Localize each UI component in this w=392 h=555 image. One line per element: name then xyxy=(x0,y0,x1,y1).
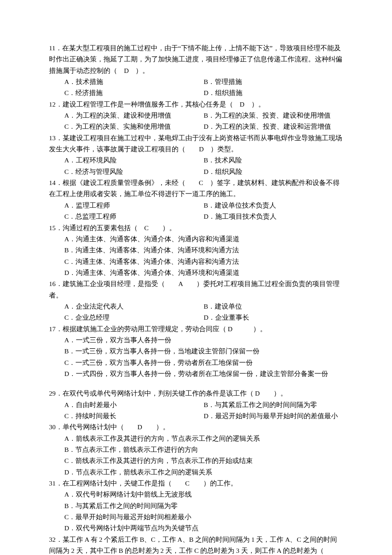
options: A．技术措施B．管理措施C．经济措施D．组织措施 xyxy=(49,76,343,99)
option-d: D．组织风险 xyxy=(204,166,343,177)
option-c: C．总监理工程师 xyxy=(64,211,204,222)
question-text: 17．根据建筑施工企业的劳动用工管理规定，劳动合同应（ D ）。 xyxy=(49,324,343,335)
option-c: C．企业总经理 xyxy=(64,312,204,323)
option-c: C．一式三份，双方当事人各持一份，劳动者所在工地保留一份 xyxy=(64,357,343,368)
option-a: A．监理工程师 xyxy=(64,200,204,211)
option-b: B．节点表示工作，箭线表示工作进行的方向 xyxy=(64,444,343,455)
option-c: C．持续时间最长 xyxy=(64,410,204,422)
option-a: A．为工程的决策、建设和使用增值 xyxy=(64,110,204,121)
option-b: B．一式三份，双方当事人各持一份，当地建设主管部门保留一份 xyxy=(64,346,343,357)
options: A．沟通主体、沟通客体、沟通介体、沟通内容和沟通渠道B．沟通主体、沟通客体、沟通… xyxy=(49,234,343,278)
options: A．为工程的决策、建设和使用增值B．为工程的决策、投资、建设和使用增值C．为工程… xyxy=(49,110,343,133)
question-text: 32．某工作 A 有 2 个紧后工作 B、C，工作 A、B 之间的时间间隔为 1… xyxy=(49,534,343,555)
options: A．箭线表示工作及其进行的方向，节点表示工作之间的逻辑关系B．节点表示工作，箭线… xyxy=(49,433,343,478)
question: 11．在某大型工程项目的施工过程中，由于“下情不能上传，上情不能下达”，导致项目… xyxy=(49,43,343,99)
question: 32．某工作 A 有 2 个紧后工作 B、C，工作 A、B 之间的时间间隔为 1… xyxy=(49,534,343,555)
option-d: D．最迟开始时间与最早开始时间的差值最小 xyxy=(204,410,343,422)
option-b: B．技术风险 xyxy=(204,155,343,166)
option-c: C．沟通主体、沟通客体、沟通介体、沟通内容和沟通方法 xyxy=(64,256,343,267)
question: 16．建筑施工企业项目经理，是指受（ A ）委托对工程项目施工过程全面负责的项目… xyxy=(49,278,343,323)
question: 31．在工程网络计划中，关键工作是指（ C ）的工作。A．双代号时标网络计划中箭… xyxy=(49,478,343,534)
option-d: D．施工项目技术负责人 xyxy=(204,211,343,222)
question-text: 16．建筑施工企业项目经理，是指受（ A ）委托对工程项目施工过程全面负责的项目… xyxy=(49,278,343,301)
option-d: D．企业董事长 xyxy=(204,312,343,323)
question-text: 11．在某大型工程项目的施工过程中，由于“下情不能上传，上情不能下达”，导致项目… xyxy=(49,43,343,76)
option-c: C．箭线表示工作及其进行的方向，节点表示工作的开始或结束 xyxy=(64,455,343,466)
option-d: D．一式四份，双方当事人各持一份，劳动者所在工地保留一份，建设主管部分备案一份 xyxy=(64,368,343,379)
option-a: A．自由时差最小 xyxy=(64,399,204,410)
options: A．企业法定代表人B．建设单位C．企业总经理D．企业董事长 xyxy=(49,301,343,324)
option-b: B．与其紧后工作之间的时间间隔为零 xyxy=(204,399,343,410)
option-d: D．节点表示工作，箭线表示工作之间的逻辑关系 xyxy=(64,467,343,478)
option-b: B．与其紧后工作之间的时间间隔为零 xyxy=(64,500,343,512)
option-b: B．建设单位技术负责人 xyxy=(204,200,343,211)
question: 14．根据《建设工程质量管理条例》，未经（ C ）签字，建筑材料、建筑构配件和设… xyxy=(49,177,343,222)
option-d: D．组织措施 xyxy=(204,87,343,98)
question-text: 14．根据《建设工程质量管理条例》，未经（ C ）签字，建筑材料、建筑构配件和设… xyxy=(49,177,343,200)
options: A．双代号时标网络计划中箭线上无波形线B．与其紧后工作之间的时间间隔为零C．最早… xyxy=(49,489,343,534)
question: 12．建设工程管理工作是一种增值服务工作，其核心任务是（ D ）。A．为工程的决… xyxy=(49,99,343,133)
option-c: C．为工程的决策、实施和使用增值 xyxy=(64,121,204,132)
option-a: A．沟通主体、沟通客体、沟通介体、沟通内容和沟通渠道 xyxy=(64,234,343,245)
option-c: C．最早开始时间与最迟开始时间相差最小 xyxy=(64,512,343,523)
options: A．工程环境风险B．技术风险C．经济与管理风险D．组织风险 xyxy=(49,155,343,177)
question-text: 13．某建设工程项目在施工过程中，某电焊工由于没有上岗资格证书而从事电焊作业导致… xyxy=(49,133,343,155)
question-text: 31．在工程网络计划中，关键工作是指（ C ）的工作。 xyxy=(49,478,343,489)
option-d: D．沟通主体、沟通客体、沟通介体、沟通环境和沟通渠道 xyxy=(64,267,343,278)
option-a: A．工程环境风险 xyxy=(64,155,204,166)
option-c: C．经济措施 xyxy=(64,87,204,98)
question-text: 30．单代号网络计划中（ D ）。 xyxy=(49,422,343,433)
option-a: A．一式三份，双方当事人各持一份 xyxy=(64,335,343,346)
option-a: A．双代号时标网络计划中箭线上无波形线 xyxy=(64,489,343,500)
question-text: 12．建设工程管理工作是一种增值服务工作，其核心任务是（ D ）。 xyxy=(49,99,343,110)
option-a: A．箭线表示工作及其进行的方向，节点表示工作之间的逻辑关系 xyxy=(64,433,343,444)
question: 29．在双代号或单代号网络计划中，判别关键工作的条件是该工作（ D ）。A．自由… xyxy=(49,388,343,422)
options: A．自由时差最小B．与其紧后工作之间的时间间隔为零C．持续时间最长D．最迟开始时… xyxy=(49,399,343,422)
question: 17．根据建筑施工企业的劳动用工管理规定，劳动合同应（ D ）。A．一式三份，双… xyxy=(49,324,343,388)
option-b: B．建设单位 xyxy=(204,301,343,312)
options: A．监理工程师B．建设单位技术负责人C．总监理工程师D．施工项目技术负责人 xyxy=(49,200,343,223)
option-d: D．双代号网络计划中两端节点均为关键节点 xyxy=(64,523,343,534)
option-a: A．企业法定代表人 xyxy=(64,301,204,312)
option-c: C．经济与管理风险 xyxy=(64,166,204,177)
question: 30．单代号网络计划中（ D ）。A．箭线表示工作及其进行的方向，节点表示工作之… xyxy=(49,422,343,478)
option-b: B．沟通主体、沟通客体、沟通介体、沟通环境和沟通方法 xyxy=(64,245,343,256)
question: 15．沟通过程的五要素包括（ C ）。A．沟通主体、沟通客体、沟通介体、沟通内容… xyxy=(49,223,343,279)
document-body: 11．在某大型工程项目的施工过程中，由于“下情不能上传，上情不能下达”，导致项目… xyxy=(49,43,343,555)
option-b: B．管理措施 xyxy=(204,76,343,87)
option-a: A．技术措施 xyxy=(64,76,204,87)
question-text: 29．在双代号或单代号网络计划中，判别关键工作的条件是该工作（ D ）。 xyxy=(49,388,343,399)
question: 13．某建设工程项目在施工过程中，某电焊工由于没有上岗资格证书而从事电焊作业导致… xyxy=(49,133,343,177)
option-b: B．为工程的决策、投资、建设和使用增值 xyxy=(204,110,343,121)
option-d: D．为工程的决策、投资、建设和运营增值 xyxy=(204,121,343,132)
options: A．一式三份，双方当事人各持一份B．一式三份，双方当事人各持一份，当地建设主管部… xyxy=(49,335,343,379)
question-text: 15．沟通过程的五要素包括（ C ）。 xyxy=(49,223,343,234)
